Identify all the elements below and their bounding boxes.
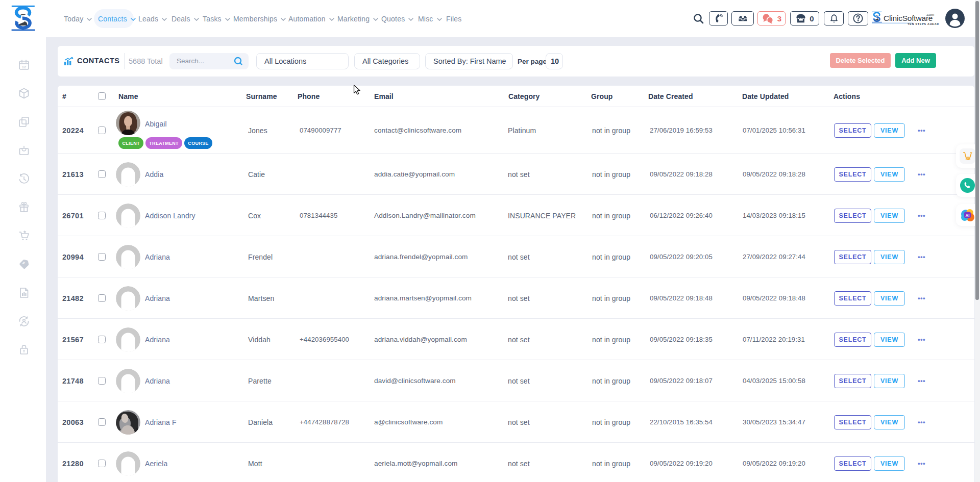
- svg-text:.com: .com: [926, 12, 934, 17]
- svg-text:TEN STEPS AHEAD: TEN STEPS AHEAD: [908, 22, 939, 26]
- svg-text:AI: AI: [966, 213, 970, 218]
- svg-text:ClinicSoftware: ClinicSoftware: [884, 14, 933, 22]
- svg-text:12: 12: [22, 65, 26, 69]
